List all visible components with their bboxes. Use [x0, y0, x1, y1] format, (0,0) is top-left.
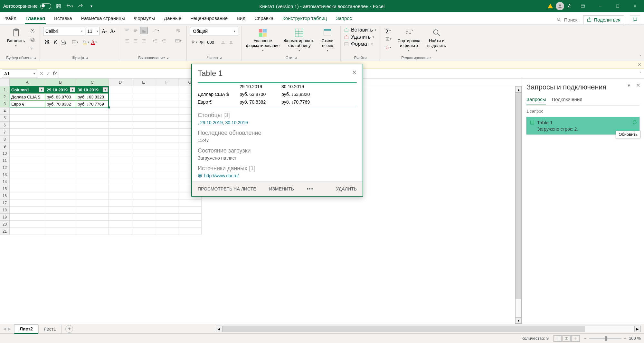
row-header[interactable]: 17 — [0, 199, 10, 207]
cell[interactable] — [76, 136, 109, 143]
cell[interactable] — [10, 107, 45, 115]
cell[interactable] — [45, 192, 76, 199]
cell[interactable] — [109, 228, 132, 235]
redo-icon[interactable] — [77, 3, 84, 10]
format-cells-button[interactable]: Формат▾ — [344, 41, 376, 47]
format-as-table-button[interactable]: Форматировать как таблицу▾ — [283, 27, 315, 53]
orientation-icon[interactable]: ▾ — [152, 27, 159, 34]
shrink-font-icon[interactable]: A▾ — [109, 28, 117, 35]
sheet-nav-prev-icon[interactable]: ◀ — [3, 327, 6, 331]
align-right-icon[interactable] — [140, 37, 148, 44]
cell[interactable] — [109, 207, 132, 214]
align-left-icon[interactable] — [123, 37, 131, 44]
row-header[interactable]: 19 — [0, 214, 10, 221]
wrap-text-icon[interactable] — [173, 27, 183, 34]
scroll-left-icon[interactable]: ◀ — [216, 326, 222, 332]
cell[interactable]: руб. 63,8700 — [45, 93, 76, 100]
filter-icon[interactable]: ▼ — [39, 87, 44, 92]
cell[interactable] — [132, 136, 155, 143]
align-launcher-icon[interactable]: ◢ — [166, 56, 168, 60]
add-sheet-icon[interactable]: + — [65, 325, 73, 333]
cell[interactable] — [45, 171, 76, 178]
cell[interactable] — [109, 136, 132, 143]
cell[interactable] — [132, 100, 155, 107]
cell[interactable] — [155, 192, 178, 199]
cell[interactable] — [155, 199, 178, 207]
refresh-icon[interactable] — [632, 120, 637, 125]
delete-cells-button[interactable]: Удалить▾ — [344, 34, 376, 40]
copy-icon[interactable] — [29, 36, 36, 43]
popup-view-on-sheet-button[interactable]: ПРОСМОТРЕТЬ НА ЛИСТЕ — [198, 186, 256, 191]
cell[interactable] — [132, 192, 155, 199]
cell[interactable] — [155, 221, 178, 228]
cell[interactable] — [10, 178, 45, 185]
cell[interactable]: 30.10.2019▼ — [76, 86, 109, 93]
font-color-icon[interactable]: A▾ — [90, 39, 98, 46]
cell[interactable] — [10, 143, 45, 150]
query-item[interactable]: Table 1 Загружено строк: 2. Обновить — [526, 117, 639, 134]
row-header[interactable]: 5 — [0, 115, 10, 122]
cell[interactable] — [45, 178, 76, 185]
cell[interactable] — [10, 115, 45, 122]
align-top-icon[interactable] — [123, 27, 131, 34]
zoom-level[interactable]: 100 % — [629, 336, 641, 341]
decrease-indent-icon[interactable] — [152, 37, 159, 44]
decrease-decimal-icon[interactable] — [227, 39, 235, 46]
borders-icon[interactable]: ▾ — [71, 39, 79, 46]
merge-cells-icon[interactable]: ▾ — [173, 37, 183, 44]
name-box[interactable]: A1▾ — [2, 70, 37, 78]
cell[interactable] — [155, 86, 178, 93]
cell[interactable] — [178, 214, 202, 221]
row-header[interactable]: 2 — [0, 93, 10, 100]
tab-help[interactable]: Справка — [254, 13, 274, 24]
select-all-corner[interactable] — [0, 79, 10, 86]
tab-queries[interactable]: Запросы — [526, 95, 546, 105]
cell[interactable] — [178, 207, 202, 214]
cell[interactable] — [109, 171, 132, 178]
cell[interactable] — [155, 136, 178, 143]
touch-mode-icon[interactable] — [566, 3, 573, 10]
conditional-formatting-button[interactable]: Условное форматирование▾ — [245, 27, 280, 53]
view-page-break-icon[interactable] — [571, 335, 580, 342]
zoom-slider[interactable] — [589, 338, 621, 339]
cell[interactable] — [132, 221, 155, 228]
cell[interactable] — [155, 185, 178, 192]
cell[interactable] — [178, 199, 202, 207]
cell-styles-button[interactable]: Стили ячеек▾ — [318, 27, 337, 53]
cell[interactable] — [109, 107, 132, 115]
row-header[interactable]: 14 — [0, 178, 10, 185]
cell[interactable] — [132, 214, 155, 221]
cell[interactable] — [10, 136, 45, 143]
cell[interactable] — [76, 143, 109, 150]
vertical-scrollbar[interactable]: ▴ ▾ — [515, 86, 522, 324]
cell[interactable] — [155, 214, 178, 221]
scroll-up-icon[interactable]: ▴ — [515, 86, 522, 93]
cell[interactable] — [109, 86, 132, 93]
close-icon[interactable] — [627, 0, 643, 12]
percent-icon[interactable]: % — [198, 39, 206, 46]
cell[interactable] — [45, 214, 76, 221]
tab-formulas[interactable]: Формулы — [133, 13, 156, 24]
cell[interactable] — [132, 150, 155, 157]
cell[interactable] — [76, 178, 109, 185]
cell[interactable] — [76, 150, 109, 157]
cell[interactable] — [155, 129, 178, 136]
align-bottom-icon[interactable] — [140, 27, 148, 34]
col-header[interactable]: F — [155, 79, 178, 86]
cell[interactable] — [45, 115, 76, 122]
cell[interactable] — [45, 157, 76, 164]
row-header[interactable]: 12 — [0, 164, 10, 171]
cell[interactable] — [109, 164, 132, 171]
cell[interactable] — [76, 171, 109, 178]
sheet-tab-active[interactable]: Лист2 — [14, 324, 38, 334]
cell[interactable] — [132, 122, 155, 129]
cell[interactable] — [109, 214, 132, 221]
autosum-icon[interactable]: ∑▾ — [383, 27, 393, 34]
cell[interactable]: Евро € — [10, 100, 45, 107]
row-header[interactable]: 1 — [0, 86, 10, 93]
cell[interactable] — [10, 150, 45, 157]
cell[interactable] — [109, 221, 132, 228]
horizontal-scrollbar[interactable]: ◀ ▶ — [216, 326, 641, 332]
popup-columns-link[interactable]: , 29.10.2019, 30.10.2019 — [198, 120, 357, 125]
save-icon[interactable] — [55, 3, 62, 10]
